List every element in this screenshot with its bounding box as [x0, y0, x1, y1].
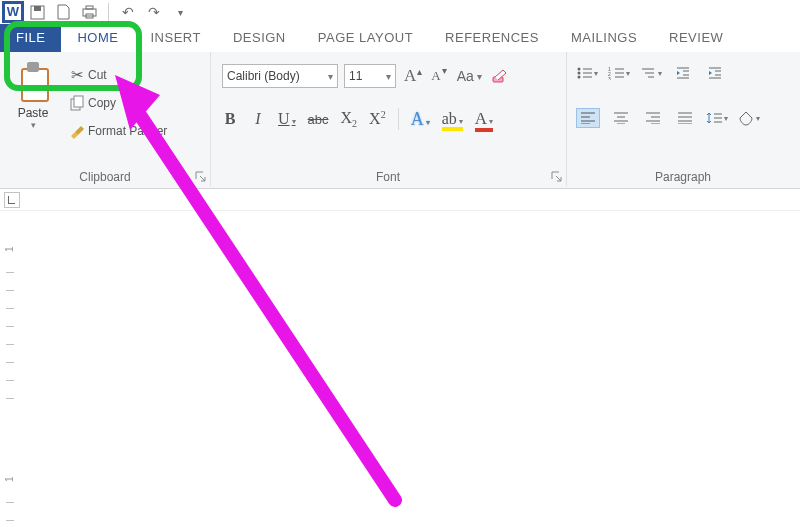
group-font-label: Font — [210, 170, 566, 184]
clear-formatting-button[interactable] — [491, 67, 509, 85]
chevron-down-icon: ▾ — [386, 71, 391, 82]
numbering-button[interactable]: 123▾ — [608, 64, 630, 82]
paste-button[interactable]: Paste ▾ — [6, 62, 60, 130]
copy-icon — [66, 95, 88, 112]
highlight-button[interactable]: ab▾ — [442, 110, 463, 128]
scissors-icon: ✂ — [66, 66, 88, 84]
separator — [398, 108, 399, 130]
svg-rect-6 — [74, 96, 83, 107]
copy-label: Copy — [88, 96, 116, 110]
undo-button[interactable]: ↶ — [115, 1, 141, 23]
justify-button[interactable] — [674, 109, 696, 127]
text-effects-button[interactable]: A▾ — [411, 109, 430, 130]
bold-button[interactable]: B — [222, 110, 238, 128]
bullets-button[interactable]: ▾ — [576, 64, 598, 82]
subscript-button[interactable]: X2 — [341, 109, 358, 129]
font-size-combo[interactable]: 11▾ — [344, 64, 396, 88]
qat-new-icon[interactable] — [50, 1, 76, 23]
qat-customize-icon[interactable]: ▾ — [167, 1, 193, 23]
superscript-button[interactable]: X2 — [369, 109, 386, 128]
chevron-down-icon: ▾ — [328, 71, 333, 82]
shrink-font-button[interactable]: A▾ — [429, 68, 447, 84]
svg-text:3: 3 — [608, 76, 611, 80]
group-font: Calibri (Body)▾ 11▾ A▴ A▾ Aa▾ B I U▾ abc… — [210, 52, 567, 186]
svg-rect-1 — [34, 6, 41, 11]
tab-file[interactable]: FILE — [0, 24, 61, 52]
increase-indent-button[interactable] — [704, 64, 726, 82]
ribbon-tabs: FILE HOME INSERT DESIGN PAGE LAYOUT REFE… — [0, 24, 800, 53]
change-case-button[interactable]: Aa▾ — [454, 68, 485, 84]
font-color-button[interactable]: A▾ — [475, 109, 493, 129]
redo-button[interactable]: ↷ — [141, 1, 167, 23]
tab-review[interactable]: REVIEW — [653, 24, 739, 52]
ruler-mark-1b: 1 — [4, 476, 15, 482]
strikethrough-button[interactable]: abc — [308, 112, 329, 127]
group-paragraph-label: Paragraph — [566, 170, 800, 184]
qat-print-icon[interactable] — [76, 1, 102, 23]
tab-insert[interactable]: INSERT — [134, 24, 216, 52]
tab-mailings[interactable]: MAILINGS — [555, 24, 653, 52]
grow-font-button[interactable]: A▴ — [402, 66, 423, 86]
brush-icon — [66, 121, 88, 142]
horizontal-ruler[interactable] — [0, 190, 800, 211]
tab-home[interactable]: HOME — [61, 24, 134, 52]
group-clipboard-label: Clipboard — [0, 170, 210, 184]
document-area[interactable] — [22, 212, 800, 527]
group-paragraph: ▾ 123▾ ▾ ▾ ▾ Paragraph — [566, 52, 800, 186]
tab-design[interactable]: DESIGN — [217, 24, 302, 52]
font-name-value: Calibri (Body) — [227, 69, 300, 83]
font-name-combo[interactable]: Calibri (Body)▾ — [222, 64, 338, 88]
svg-rect-3 — [86, 6, 93, 9]
group-clipboard: Paste ▾ ✂ Cut Copy Format Painter Clipbo… — [0, 52, 211, 186]
align-right-button[interactable] — [642, 109, 664, 127]
tab-page-layout[interactable]: PAGE LAYOUT — [302, 24, 429, 52]
svg-rect-2 — [83, 9, 96, 16]
shading-button[interactable]: ▾ — [738, 109, 760, 127]
svg-point-9 — [578, 72, 581, 75]
multilevel-list-button[interactable]: ▾ — [640, 64, 662, 82]
align-center-button[interactable] — [610, 109, 632, 127]
vertical-ruler[interactable]: 1 1 — [0, 212, 23, 527]
quick-access-toolbar: ↶ ↷ ▾ — [0, 0, 800, 24]
paste-icon — [16, 62, 50, 102]
qat-separator — [108, 3, 109, 21]
decrease-indent-button[interactable] — [672, 64, 694, 82]
format-painter-button[interactable]: Format Painter — [66, 118, 167, 144]
ribbon: Paste ▾ ✂ Cut Copy Format Painter Clipbo… — [0, 52, 800, 189]
tab-references[interactable]: REFERENCES — [429, 24, 555, 52]
line-spacing-button[interactable]: ▾ — [706, 109, 728, 127]
italic-button[interactable]: I — [250, 110, 266, 128]
svg-point-8 — [578, 68, 581, 71]
cut-button[interactable]: ✂ Cut — [66, 62, 107, 88]
paste-label: Paste — [6, 106, 60, 120]
align-left-button[interactable] — [576, 108, 600, 128]
format-painter-label: Format Painter — [88, 124, 167, 138]
font-size-value: 11 — [349, 69, 362, 83]
cut-label: Cut — [88, 68, 107, 82]
tab-selector[interactable] — [4, 192, 20, 208]
clipboard-launcher[interactable] — [195, 171, 207, 183]
font-launcher[interactable] — [551, 171, 563, 183]
svg-point-10 — [578, 76, 581, 79]
underline-button[interactable]: U▾ — [278, 110, 296, 128]
ruler-mark-1: 1 — [4, 246, 15, 252]
copy-button[interactable]: Copy — [66, 90, 116, 116]
word-app-icon — [2, 1, 24, 23]
qat-save-icon[interactable] — [24, 1, 50, 23]
